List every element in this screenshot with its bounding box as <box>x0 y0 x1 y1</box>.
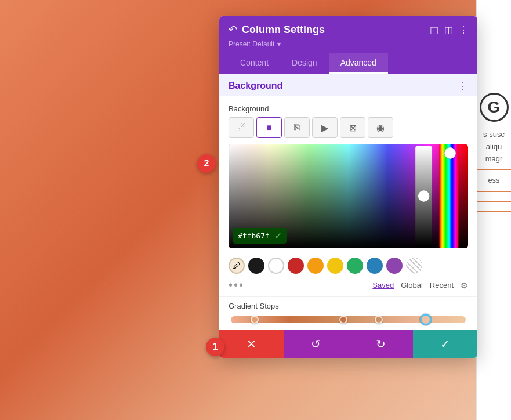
redo-button[interactable]: ↻ <box>349 330 413 358</box>
back-icon[interactable]: ↶ <box>229 23 237 36</box>
svg-point-4 <box>444 147 456 159</box>
right-text-2: aliqu <box>484 141 504 153</box>
tab-design[interactable]: Design <box>280 53 329 74</box>
swatch-orange[interactable] <box>307 258 324 274</box>
tab-content[interactable]: Content <box>229 53 280 74</box>
right-text-1: s susc <box>481 129 507 141</box>
column-settings-panel: ↶ Column Settings ◫ ◫ ⋮ Preset: Default … <box>219 16 477 358</box>
swatch-white[interactable] <box>268 258 284 274</box>
more-dots[interactable]: ••• <box>229 278 244 292</box>
bg-type-video[interactable]: ▶ <box>312 117 338 138</box>
cancel-button[interactable]: ✕ <box>219 330 284 358</box>
saved-links: Saved Global Recent ⚙ <box>372 281 468 290</box>
right-panel: G s susc aliqu magr ess <box>476 0 511 420</box>
step-badge-1: 1 <box>206 338 224 356</box>
tab-advanced[interactable]: Advanced <box>329 53 388 74</box>
svg-point-7 <box>418 190 430 202</box>
swatch-green[interactable] <box>347 258 363 274</box>
gradient-stops-section: Gradient Stops <box>219 296 477 330</box>
swatch-transparent[interactable] <box>406 258 422 274</box>
section-options-icon[interactable]: ⋮ <box>458 79 468 92</box>
preset-arrow[interactable]: ▾ <box>277 40 281 48</box>
gradient-stop-3[interactable] <box>375 316 383 324</box>
panel-footer: ✕ ↺ ↻ ✓ <box>219 330 477 358</box>
bg-type-pattern[interactable]: ⊠ <box>340 117 365 138</box>
bg-type-row: ☄ ■ ⎘ ▶ ⊠ ◉ <box>219 117 477 144</box>
colorpicker-area: #ffb67f ✓ <box>229 144 468 248</box>
gradient-stop-active[interactable] <box>420 314 432 325</box>
preset-label[interactable]: Preset: Default <box>229 40 274 48</box>
right-divider-4 <box>477 211 511 212</box>
saved-row: ••• Saved Global Recent ⚙ <box>219 276 477 296</box>
swatch-black[interactable] <box>248 258 264 274</box>
swatch-blue[interactable] <box>367 258 383 274</box>
columns-icon[interactable]: ◫ <box>444 24 453 35</box>
panel-title-group: ↶ Column Settings <box>229 23 325 36</box>
bg-type-image[interactable]: ⎘ <box>284 117 310 138</box>
confirm-button[interactable]: ✓ <box>413 330 477 358</box>
hex-input-overlay[interactable]: #ffb67f ✓ <box>233 228 287 244</box>
hex-confirm-icon[interactable]: ✓ <box>274 230 282 241</box>
swatch-yellow[interactable] <box>327 258 343 274</box>
preset-row: Preset: Default ▾ <box>229 38 468 49</box>
section-title: Background <box>229 81 282 91</box>
settings-gear-icon[interactable]: ⚙ <box>461 281 468 290</box>
panel-header: ↶ Column Settings ◫ ◫ ⋮ Preset: Default … <box>219 16 477 74</box>
panel-tabs: Content Design Advanced <box>229 53 468 74</box>
global-link[interactable]: Global <box>401 281 423 289</box>
panel-header-row: ↶ Column Settings ◫ ◫ ⋮ <box>229 23 468 36</box>
spectrum-wrapper[interactable]: #ffb67f ✓ <box>229 144 468 248</box>
swatches-row: 🖊 <box>219 254 477 276</box>
gradient-stop-1[interactable] <box>251 316 259 324</box>
bg-label-row: Background <box>219 96 477 117</box>
bg-type-none[interactable]: ☄ <box>229 117 254 138</box>
saved-link[interactable]: Saved <box>372 281 394 289</box>
bg-type-mask[interactable]: ◉ <box>368 117 393 138</box>
bg-type-color[interactable]: ■ <box>256 117 282 138</box>
right-text-3: magr <box>483 153 505 165</box>
gradient-stops-label: Gradient Stops <box>229 302 468 310</box>
right-divider-1 <box>477 169 511 170</box>
undo-button[interactable]: ↺ <box>284 330 348 358</box>
swatch-purple[interactable] <box>386 258 403 274</box>
more-icon[interactable]: ⋮ <box>459 24 468 35</box>
panel-title: Column Settings <box>242 24 325 36</box>
right-divider-3 <box>477 201 511 202</box>
gradient-stop-2[interactable] <box>339 316 347 324</box>
panel-header-icons: ◫ ◫ ⋮ <box>430 24 468 35</box>
recent-link[interactable]: Recent <box>430 281 454 289</box>
swatch-darkred[interactable] <box>288 258 304 274</box>
step-badge-2: 2 <box>197 154 216 173</box>
right-text-4: ess <box>485 175 502 187</box>
right-divider-2 <box>477 191 511 192</box>
gradient-slider-track[interactable] <box>231 316 466 323</box>
section-header: Background ⋮ <box>219 74 477 96</box>
g-circle: G <box>480 93 509 122</box>
hex-value[interactable]: #ffb67f <box>238 231 270 240</box>
bg-label: Background <box>229 104 269 113</box>
svg-rect-3 <box>439 144 458 248</box>
wireframe-icon[interactable]: ◫ <box>430 24 438 35</box>
panel-body: Background ⋮ Background ☄ ■ ⎘ ▶ ⊠ ◉ <box>219 74 477 330</box>
eyedropper-button[interactable]: 🖊 <box>229 258 245 274</box>
